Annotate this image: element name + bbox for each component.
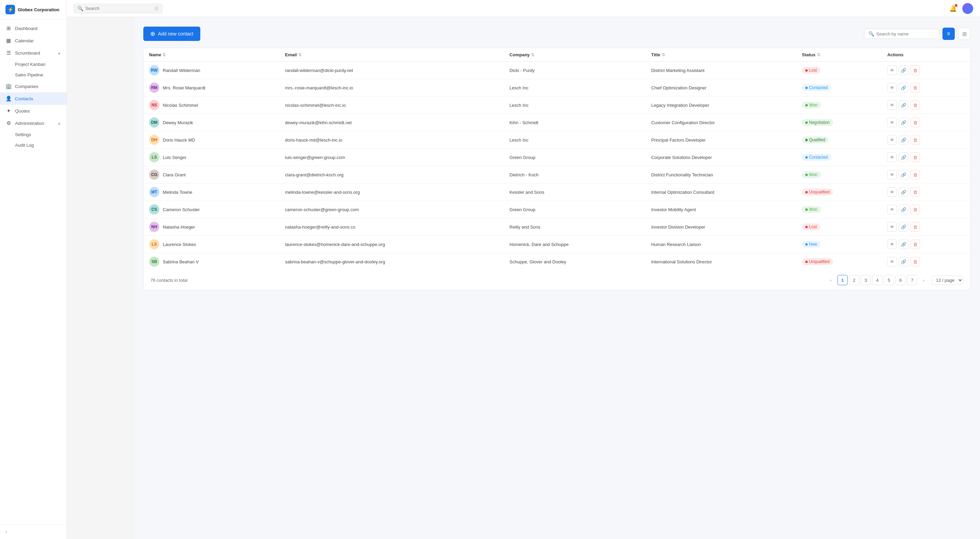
cell-name: DH Doris Hauck MD [144,131,280,149]
grid-view-button[interactable]: ⊞ [958,28,970,40]
user-avatar[interactable] [962,3,973,14]
link-contact-button[interactable]: 🔗 [899,100,908,110]
cell-title: International Solutions Director [646,253,796,270]
col-title[interactable]: Title ⇅ [646,48,796,62]
table-row: MT Melinda Towne melinda-towne@kessler-a… [144,183,970,201]
cell-title: District Functionality Technician [646,166,796,183]
view-contact-button[interactable]: 👁 [887,205,897,214]
page-7-button[interactable]: 7 [907,275,917,285]
search-input[interactable] [85,6,152,11]
cell-actions: 👁 🔗 🗑 [882,79,970,97]
link-contact-button[interactable]: 🔗 [899,205,908,214]
delete-contact-button[interactable]: 🗑 [910,118,920,127]
sidebar-item-quotes[interactable]: ✦ Quotes [0,105,67,117]
delete-contact-button[interactable]: 🗑 [910,240,920,249]
page-2-button[interactable]: 2 [849,275,859,285]
notifications-button[interactable]: 🔔 [949,5,957,12]
link-contact-button[interactable]: 🔗 [899,170,908,180]
page-5-button[interactable]: 5 [884,275,894,285]
col-status[interactable]: Status ⇅ [796,48,882,62]
view-contact-button[interactable]: 👁 [887,65,897,75]
cell-email: luis-senger@green-group.com [280,149,504,166]
contact-avatar: NS [149,100,159,110]
cell-actions: 👁 🔗 🗑 [882,218,970,236]
cell-title: Corporate Solutions Developer [646,149,796,166]
view-contact-button[interactable]: 👁 [887,187,897,197]
page-4-button[interactable]: 4 [872,275,882,285]
sidebar-item-contacts[interactable]: 👤 Contacts [0,92,67,105]
sidebar-item-companies[interactable]: 🏢 Companies [0,80,67,92]
col-email[interactable]: Email ⇅ [280,48,504,62]
sidebar-group-scrumboard[interactable]: ☰ Scrumboard ▲ [0,47,67,59]
delete-contact-button[interactable]: 🗑 [910,83,920,92]
search-name-input[interactable] [876,32,935,37]
chevron-up-icon: ▲ [57,51,61,55]
per-page-select[interactable]: 12 / page 24 / page 48 / page [932,276,963,285]
add-contact-button[interactable]: ⊕ Add new contact [143,27,200,41]
page-1-button[interactable]: 1 [837,275,848,285]
link-contact-button[interactable]: 🔗 [899,222,908,232]
page-6-button[interactable]: 6 [896,275,905,285]
contact-name: Cameron Schuster [163,207,200,212]
view-contact-button[interactable]: 👁 [887,257,897,266]
col-company[interactable]: Company ⇅ [504,48,646,62]
contacts-label: Contacts [15,96,61,101]
col-name[interactable]: Name ⇅ [144,48,280,62]
sidebar-group-administration[interactable]: ⚙ Administration ▲ [0,117,67,129]
status-badge: Lost [802,223,820,230]
delete-contact-button[interactable]: 🗑 [910,170,920,180]
view-contact-button[interactable]: 👁 [887,240,897,249]
sidebar-collapse-button[interactable]: ‹ [5,529,7,535]
link-contact-button[interactable]: 🔗 [899,118,908,127]
delete-contact-button[interactable]: 🗑 [910,100,920,110]
link-contact-button[interactable]: 🔗 [899,153,908,162]
cell-title: Legacy Integration Developer [646,97,796,114]
list-view-button[interactable]: ≡ [942,28,955,40]
view-contact-button[interactable]: 👁 [887,170,897,180]
table-row: DH Doris Hauck MD doris-hauck-md@lesch-i… [144,131,970,149]
view-contact-button[interactable]: 👁 [887,100,897,110]
cell-company: Kessler and Sons [504,183,646,201]
delete-contact-button[interactable]: 🗑 [910,222,920,232]
next-page-button[interactable]: › [919,275,929,285]
page-3-button[interactable]: 3 [861,275,871,285]
contact-name: Randall Wilderman [163,68,200,73]
contact-avatar: DM [149,118,159,127]
view-contact-button[interactable]: 👁 [887,222,897,232]
global-search[interactable]: 🔍 / [74,4,162,13]
delete-contact-button[interactable]: 🗑 [910,205,920,214]
sidebar-item-project-kanban[interactable]: Project Kanban [0,59,67,70]
view-contact-button[interactable]: 👁 [887,118,897,127]
delete-contact-button[interactable]: 🗑 [910,187,920,197]
delete-contact-button[interactable]: 🗑 [910,65,920,75]
sidebar-item-audit-log[interactable]: Audit Log [0,140,67,151]
search-name-icon: 🔍 [869,31,874,37]
delete-contact-button[interactable]: 🗑 [910,135,920,145]
link-contact-button[interactable]: 🔗 [899,257,908,266]
prev-page-button[interactable]: ‹ [826,275,836,285]
cell-company: Schuppe, Glover and Dooley [504,253,646,270]
app-logo[interactable]: ⚡ Globex Corporation [0,0,67,19]
link-contact-button[interactable]: 🔗 [899,240,908,249]
sidebar-item-sales-pipeline[interactable]: Sales Pipeline [0,70,67,80]
admin-label: Administration [15,121,45,126]
link-contact-button[interactable]: 🔗 [899,65,908,75]
cell-name: RW Randall Wilderman [144,62,280,79]
link-contact-button[interactable]: 🔗 [899,135,908,145]
sidebar-item-dashboard[interactable]: ⊞ Dashboard [0,22,67,35]
delete-contact-button[interactable]: 🗑 [910,257,920,266]
delete-contact-button[interactable]: 🗑 [910,153,920,162]
sidebar: ⚡ Globex Corporation ⊞ Dashboard ▦ Calen… [0,0,67,539]
contact-avatar: DH [149,135,159,145]
sidebar-item-settings[interactable]: Settings [0,129,67,140]
cell-status: Qualified [796,131,882,149]
view-contact-button[interactable]: 👁 [887,83,897,92]
quotes-label: Quotes [15,108,61,114]
view-contact-button[interactable]: 👁 [887,153,897,162]
status-badge: New [802,241,821,248]
view-contact-button[interactable]: 👁 [887,135,897,145]
link-contact-button[interactable]: 🔗 [899,187,908,197]
search-by-name[interactable]: 🔍 [864,29,939,39]
sidebar-item-calendar[interactable]: ▦ Calendar [0,35,67,47]
link-contact-button[interactable]: 🔗 [899,83,908,92]
